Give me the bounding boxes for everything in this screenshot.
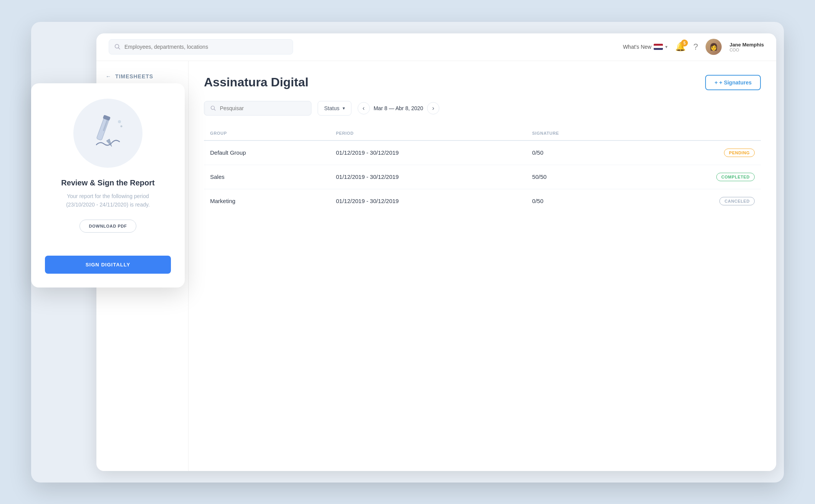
svg-point-17	[121, 125, 123, 127]
download-pdf-button[interactable]: DOWNLOAD PDF	[80, 220, 137, 233]
col-status	[628, 126, 761, 140]
pen-illustration	[85, 110, 131, 156]
main-layout: ← TIMESHEETS Groups	[96, 61, 776, 471]
date-range-label: Mar 8 — Abr 8, 2020	[374, 105, 423, 111]
cell-period: 01/12/2019 - 30/12/2019	[330, 165, 526, 189]
notifications-bell[interactable]: 🔔 5	[675, 42, 686, 52]
next-date-button[interactable]: ›	[427, 102, 439, 114]
navbar: What's New ▾ 🔔 5 ? 👩 Jane Memphis COO	[96, 33, 776, 61]
filter-search[interactable]	[204, 101, 311, 116]
status-badge: COMPLETED	[716, 173, 755, 181]
notification-badge: 5	[681, 40, 688, 46]
status-badge: CANCELED	[719, 197, 755, 205]
page-header: Assinatura Digital + + Signatures	[204, 75, 761, 90]
table-row[interactable]: Marketing 01/12/2019 - 30/12/2019 0/50 C…	[204, 189, 761, 213]
user-info: Jane Memphis COO	[729, 42, 764, 52]
avatar[interactable]: 👩	[706, 39, 722, 55]
sidebar-back-label: TIMESHEETS	[115, 73, 153, 79]
help-icon[interactable]: ?	[693, 42, 698, 52]
search-icon	[114, 44, 121, 50]
chevron-down-icon: ▾	[343, 106, 345, 111]
user-name: Jane Memphis	[729, 42, 764, 48]
col-signature: SIGNATURE	[526, 126, 628, 140]
prev-date-button[interactable]: ‹	[358, 102, 370, 114]
signatures-table: GROUP PERIOD SIGNATURE Default Group 01/…	[204, 126, 761, 213]
navbar-right: What's New ▾ 🔔 5 ? 👩 Jane Memphis COO	[623, 39, 764, 55]
cell-group: Sales	[204, 165, 330, 189]
cell-signature: 0/50	[526, 189, 628, 213]
cell-period: 01/12/2019 - 30/12/2019	[330, 189, 526, 213]
search-bar[interactable]	[109, 39, 293, 55]
pesquisar-input[interactable]	[220, 105, 305, 111]
table-row[interactable]: Sales 01/12/2019 - 30/12/2019 50/50 COMP…	[204, 165, 761, 189]
date-nav: ‹ Mar 8 — Abr 8, 2020 ›	[358, 102, 439, 114]
table-row[interactable]: Default Group 01/12/2019 - 30/12/2019 0/…	[204, 140, 761, 165]
floating-sign-card: Review & Sign the Report Your report for…	[31, 83, 185, 288]
filter-search-icon	[210, 105, 216, 111]
filters-row: Status ▾ ‹ Mar 8 — Abr 8, 2020 ›	[204, 101, 761, 116]
status-filter-label: Status	[324, 105, 340, 111]
user-role: COO	[729, 48, 764, 52]
cell-group: Default Group	[204, 140, 330, 165]
chevron-down-icon: ▾	[665, 44, 668, 50]
col-group: GROUP	[204, 126, 330, 140]
cell-status: PENDING	[628, 140, 761, 165]
content-area: Assinatura Digital + + Signatures	[189, 61, 776, 471]
sign-digitally-button[interactable]: SIGN DIGITALLY	[45, 256, 171, 274]
status-filter[interactable]: Status ▾	[318, 101, 351, 116]
svg-line-11	[214, 109, 215, 110]
table-header-row: GROUP PERIOD SIGNATURE	[204, 126, 761, 140]
whats-new-link[interactable]: What's New ▾	[623, 44, 668, 50]
col-period: PERIOD	[330, 126, 526, 140]
plus-icon: +	[714, 79, 717, 86]
card-subtitle: Your report for the following period(23/…	[66, 192, 150, 209]
cell-status: CANCELED	[628, 189, 761, 213]
flag-icon	[654, 44, 663, 50]
card-title: Review & Sign the Report	[61, 178, 154, 187]
cell-group: Marketing	[204, 189, 330, 213]
cell-status: COMPLETED	[628, 165, 761, 189]
page-title: Assinatura Digital	[204, 75, 308, 89]
signatures-button[interactable]: + + Signatures	[705, 75, 761, 90]
status-badge: PENDING	[724, 149, 755, 157]
arrow-left-icon: ←	[106, 73, 111, 79]
svg-line-1	[119, 48, 120, 50]
cell-signature: 50/50	[526, 165, 628, 189]
search-input[interactable]	[124, 44, 287, 50]
cell-signature: 0/50	[526, 140, 628, 165]
cell-period: 01/12/2019 - 30/12/2019	[330, 140, 526, 165]
card-illustration	[73, 99, 142, 168]
svg-point-16	[118, 120, 121, 123]
